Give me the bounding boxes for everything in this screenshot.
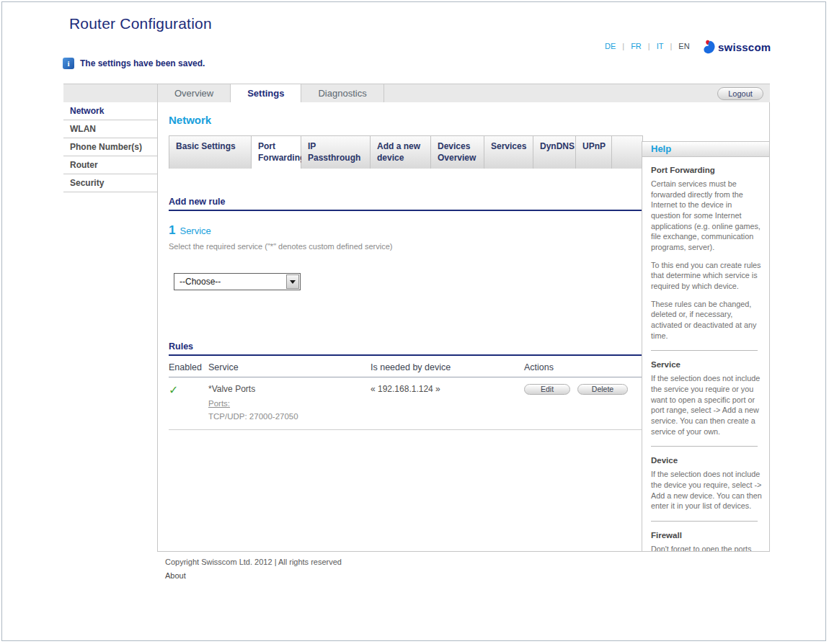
info-icon: i: [63, 58, 74, 69]
sidebar-item-network[interactable]: Network: [63, 102, 157, 120]
section-title-network: Network: [169, 114, 642, 126]
tab-overview[interactable]: Overview: [157, 84, 231, 102]
brand-name: swisscom: [718, 41, 771, 53]
language-separator: |: [670, 42, 672, 50]
step-service: 1Service: [169, 223, 642, 238]
rules-table-header: Enabled Service Is needed by device Acti…: [169, 356, 643, 377]
subtab-add-new-device[interactable]: Add a new device: [371, 135, 431, 169]
page-footer: Copyright Swisscom Ltd. 2012 | All right…: [165, 558, 342, 581]
service-select[interactable]: --Choose--: [174, 273, 301, 290]
tab-diagnostics[interactable]: Diagnostics: [301, 84, 384, 102]
language-en-current: EN: [678, 42, 689, 50]
sidebar-item-router[interactable]: Router: [63, 156, 157, 174]
help-paragraph: If the selection does not include the de…: [651, 469, 762, 511]
main-tab-bar: Overview Settings Diagnostics Logout: [63, 84, 770, 102]
column-header-service: Service: [208, 362, 371, 372]
help-title: Help: [642, 142, 769, 157]
rule-device: « 192.168.1.124 »: [371, 384, 524, 421]
help-section-device: Device If the selection does not include…: [651, 456, 762, 511]
ports-detail: TCP/UDP: 27000-27050: [208, 412, 371, 421]
service-select-value: --Choose--: [174, 274, 285, 290]
help-section-heading: Firewall: [651, 531, 762, 540]
help-section-firewall: Firewall Don't forget to open the ports …: [651, 531, 762, 551]
delete-button[interactable]: Delete: [577, 384, 628, 395]
subtab-devices-overview[interactable]: Devices Overview: [431, 135, 484, 169]
help-divider: [651, 446, 758, 447]
subtab-basic-settings[interactable]: Basic Settings: [169, 135, 252, 169]
edit-button[interactable]: Edit: [524, 384, 570, 395]
settings-saved-notice: i The settings have been saved.: [63, 58, 205, 69]
service-select-hint: Select the required service ("*" denotes…: [169, 242, 642, 251]
rules-table: Enabled Service Is needed by device Acti…: [169, 356, 643, 430]
swisscom-logo-icon: [703, 40, 715, 55]
step-label: Service: [179, 225, 210, 236]
help-section-heading: Port Forwarding: [651, 166, 762, 174]
subtab-upnp[interactable]: UPnP: [576, 135, 612, 169]
language-bar: DE | FR | IT | EN: [605, 42, 690, 50]
help-panel: Help Port Forwarding Certain services mu…: [642, 141, 769, 551]
language-separator: |: [622, 42, 624, 50]
dropdown-arrow-icon[interactable]: [286, 274, 299, 289]
content-main: Network Basic Settings Port Forwarding I…: [158, 102, 642, 430]
brand-logo: swisscom: [703, 40, 771, 55]
subtab-filler: [612, 135, 643, 169]
sidebar-item-phone-numbers[interactable]: Phone Number(s): [63, 138, 157, 156]
rule-enabled-check-icon: ✓: [169, 384, 178, 396]
help-section-port-forwarding: Port Forwarding Certain services must be…: [651, 166, 762, 341]
column-header-actions: Actions: [524, 362, 643, 372]
subtab-ip-passthrough[interactable]: IP Passthrough: [301, 135, 371, 169]
content-panel: Network Basic Settings Port Forwarding I…: [157, 102, 770, 552]
help-paragraph: To this end you can create rules that de…: [651, 260, 762, 292]
table-row: ✓ *Valve Ports Ports: TCP/UDP: 27000-270…: [169, 377, 643, 430]
help-paragraph: Don't forget to open the ports required …: [651, 544, 762, 551]
rules-heading: Rules: [169, 341, 643, 356]
sidebar-item-wlan[interactable]: WLAN: [63, 120, 157, 138]
help-divider: [651, 350, 758, 351]
language-it[interactable]: IT: [657, 42, 664, 50]
router-config-page: Router Configuration DE | FR | IT | EN s…: [1, 1, 826, 641]
language-separator: |: [648, 42, 650, 50]
help-divider: [651, 521, 758, 522]
help-paragraph: Certain services must be forwarded direc…: [651, 179, 762, 253]
help-paragraph: These rules can be changed, deleted or, …: [651, 299, 762, 341]
sidebar-item-security[interactable]: Security: [63, 174, 157, 192]
help-paragraph: If the selection does not include the se…: [651, 373, 762, 437]
language-fr[interactable]: FR: [631, 42, 642, 50]
about-link[interactable]: About: [165, 571, 186, 580]
column-header-device: Is needed by device: [371, 362, 524, 372]
ports-link[interactable]: Ports:: [208, 399, 230, 408]
rule-service-name: *Valve Ports: [208, 384, 371, 394]
column-header-enabled: Enabled: [169, 362, 208, 372]
logout-button[interactable]: Logout: [717, 87, 763, 100]
page-title: Router Configuration: [69, 15, 212, 32]
tab-settings[interactable]: Settings: [231, 84, 301, 102]
copyright-text: Copyright Swisscom Ltd. 2012 | All right…: [165, 558, 342, 566]
add-new-rule-heading: Add new rule: [169, 197, 643, 211]
network-subtab-bar: Basic Settings Port Forwarding IP Passth…: [169, 135, 643, 169]
subtab-services[interactable]: Services: [484, 135, 533, 169]
subtab-dyndns[interactable]: DynDNS: [533, 135, 576, 169]
body-row: Network WLAN Phone Number(s) Router Secu…: [63, 102, 770, 552]
step-number: 1: [169, 223, 175, 237]
help-section-service: Service If the selection does not includ…: [651, 360, 762, 437]
help-section-heading: Device: [651, 456, 762, 465]
settings-sidebar: Network WLAN Phone Number(s) Router Secu…: [63, 102, 157, 192]
main-frame: Overview Settings Diagnostics Logout Net…: [63, 84, 770, 552]
language-de[interactable]: DE: [605, 42, 616, 50]
notice-text: The settings have been saved.: [80, 58, 205, 68]
help-section-heading: Service: [651, 360, 762, 369]
subtab-port-forwarding[interactable]: Port Forwarding: [252, 135, 301, 169]
